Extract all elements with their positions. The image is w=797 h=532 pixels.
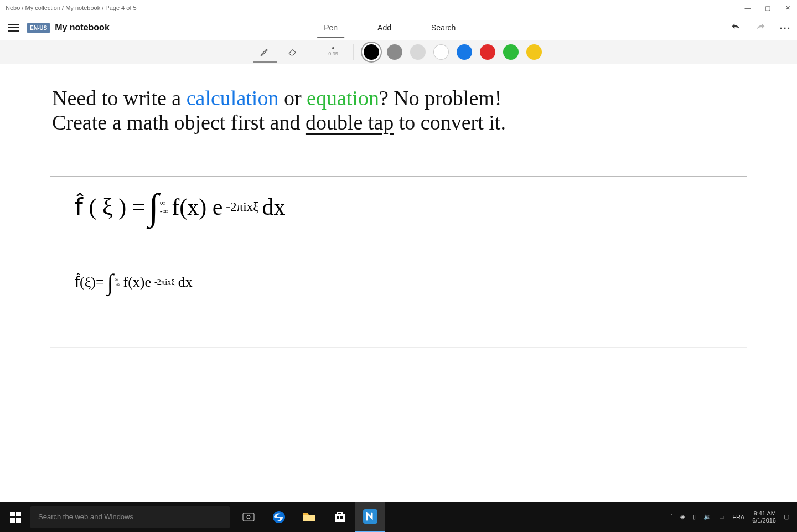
tray-network-icon[interactable]: ▯ xyxy=(692,513,696,520)
svg-rect-11 xyxy=(303,515,315,521)
hw-text: Create a math object first and xyxy=(52,111,306,134)
taskbar-app-explorer[interactable] xyxy=(294,502,324,532)
note-canvas[interactable]: Need to write a calculation or equation?… xyxy=(0,64,797,502)
window-maximize-button[interactable]: ▢ xyxy=(764,4,772,12)
window-minimize-button[interactable]: — xyxy=(744,4,752,12)
mode-tabs: Pen Add Search xyxy=(317,18,462,38)
svg-rect-1 xyxy=(8,27,19,28)
tray-language[interactable]: FRA xyxy=(732,514,744,520)
color-swatch-black[interactable] xyxy=(364,44,379,60)
svg-rect-14 xyxy=(340,516,343,519)
svg-point-9 xyxy=(247,515,250,519)
taskbar-app-nebo[interactable] xyxy=(355,502,385,532)
eraser-tool-button[interactable] xyxy=(281,42,305,63)
window-titlebar: Nebo / My collection / My notebook / Pag… xyxy=(0,0,797,16)
math-expression: f(x)e xyxy=(123,274,152,291)
svg-rect-6 xyxy=(10,518,15,523)
handwritten-paragraph[interactable]: Need to write a calculation or equation?… xyxy=(50,86,747,149)
svg-rect-5 xyxy=(16,512,21,516)
svg-rect-4 xyxy=(10,512,15,516)
svg-rect-2 xyxy=(8,30,19,32)
tab-search[interactable]: Search xyxy=(425,18,462,38)
hw-text-blue: calculation xyxy=(187,86,279,110)
windows-logo-icon xyxy=(10,512,21,523)
hw-text: ? No problem! xyxy=(379,86,502,110)
svg-point-3 xyxy=(332,47,334,49)
tray-time: 9:41 AM xyxy=(752,510,776,516)
color-swatch-red[interactable] xyxy=(480,44,495,60)
svg-rect-7 xyxy=(16,518,21,523)
tray-chevron-icon[interactable]: ˆ xyxy=(671,514,673,520)
color-swatch-yellow[interactable] xyxy=(526,44,542,60)
hw-text: Need to write a xyxy=(52,86,187,110)
thickness-button[interactable]: 0.35 xyxy=(321,42,345,63)
taskbar-search-input[interactable]: Search the web and Windows xyxy=(30,506,230,528)
task-view-icon xyxy=(242,513,255,521)
tab-add[interactable]: Add xyxy=(371,18,398,38)
notebook-title: My notebook xyxy=(55,23,110,33)
math-expression: f(x) e xyxy=(172,194,222,220)
tray-battery-icon[interactable]: ▭ xyxy=(719,513,724,520)
tray-volume-icon[interactable]: 🔉 xyxy=(703,513,711,520)
toolbar-separator xyxy=(353,44,354,60)
system-tray: ˆ ◈ ▯ 🔉 ▭ FRA 9:41 AM 6/1/2016 ▢ xyxy=(671,510,798,523)
hamburger-menu-button[interactable] xyxy=(4,19,22,37)
pen-toolbar: 0.35 xyxy=(0,40,797,64)
task-view-button[interactable] xyxy=(233,502,263,532)
tray-date: 6/1/2016 xyxy=(752,517,776,524)
math-object-handwritten[interactable]: f̂ ( ξ ) = ∫ ∞ -∞ f(x) e-2πixξ dx xyxy=(50,176,747,237)
pen-tool-button[interactable] xyxy=(253,42,277,63)
math-exponent: -2πixξ xyxy=(226,199,258,214)
color-swatch-gray[interactable] xyxy=(387,44,402,60)
svg-rect-12 xyxy=(335,514,345,522)
ruled-line xyxy=(50,326,747,326)
color-swatch-white[interactable] xyxy=(433,44,449,60)
undo-icon xyxy=(730,22,742,34)
taskbar-app-store[interactable] xyxy=(324,502,355,532)
tray-clock[interactable]: 9:41 AM 6/1/2016 xyxy=(752,510,776,523)
nebo-icon xyxy=(363,509,377,524)
windows-taskbar: Search the web and Windows ˆ ◈ ▯ 🔉 ▭ FRA… xyxy=(0,502,797,532)
tab-pen[interactable]: Pen xyxy=(317,18,344,38)
language-badge[interactable]: EN-US xyxy=(27,23,50,33)
taskbar-app-edge[interactable] xyxy=(263,502,294,532)
edge-icon xyxy=(272,510,286,524)
svg-rect-8 xyxy=(243,513,254,521)
app-header: EN-US My notebook Pen Add Search ⋯ xyxy=(0,16,797,40)
math-expression: dx xyxy=(178,274,193,291)
eraser-icon xyxy=(287,46,298,57)
breadcrumb: Nebo / My collection / My notebook / Pag… xyxy=(6,4,744,11)
redo-button[interactable] xyxy=(753,20,768,35)
color-swatch-blue[interactable] xyxy=(457,44,472,60)
redo-icon xyxy=(754,22,767,34)
ruled-line xyxy=(50,347,747,348)
math-expression: f̂ ( ξ ) = xyxy=(75,193,145,220)
thickness-dot-icon xyxy=(332,47,335,50)
thickness-label: 0.35 xyxy=(328,51,338,56)
action-center-button[interactable]: ▢ xyxy=(784,513,789,520)
hw-text-green: equation xyxy=(307,86,379,110)
svg-rect-0 xyxy=(8,24,19,25)
undo-button[interactable] xyxy=(728,20,744,35)
folder-icon xyxy=(303,512,316,523)
color-swatch-lightgray[interactable] xyxy=(410,44,426,60)
integral-limits: ∞ -∞ xyxy=(115,277,120,287)
math-exponent: -2πixξ xyxy=(154,277,175,287)
more-button[interactable]: ⋯ xyxy=(777,20,793,35)
math-object-rendered[interactable]: f̂(ξ)= ∫ ∞ -∞ f(x)e-2πixξdx xyxy=(50,260,747,304)
hw-text: or xyxy=(278,86,307,110)
integral-limits: ∞ -∞ xyxy=(160,199,168,215)
hamburger-icon xyxy=(8,24,19,32)
math-expression: dx xyxy=(262,194,285,220)
start-button[interactable] xyxy=(0,502,30,532)
pen-icon xyxy=(260,46,271,57)
math-expression: f̂(ξ)= xyxy=(75,273,104,291)
hw-text-underlined: double tap xyxy=(306,111,394,134)
store-icon xyxy=(334,511,346,523)
toolbar-separator xyxy=(313,44,313,60)
hw-text: to convert it. xyxy=(394,111,506,134)
tray-location-icon[interactable]: ◈ xyxy=(680,513,685,520)
svg-rect-13 xyxy=(337,516,339,519)
color-swatch-green[interactable] xyxy=(503,44,519,60)
window-close-button[interactable]: ✕ xyxy=(784,4,791,12)
